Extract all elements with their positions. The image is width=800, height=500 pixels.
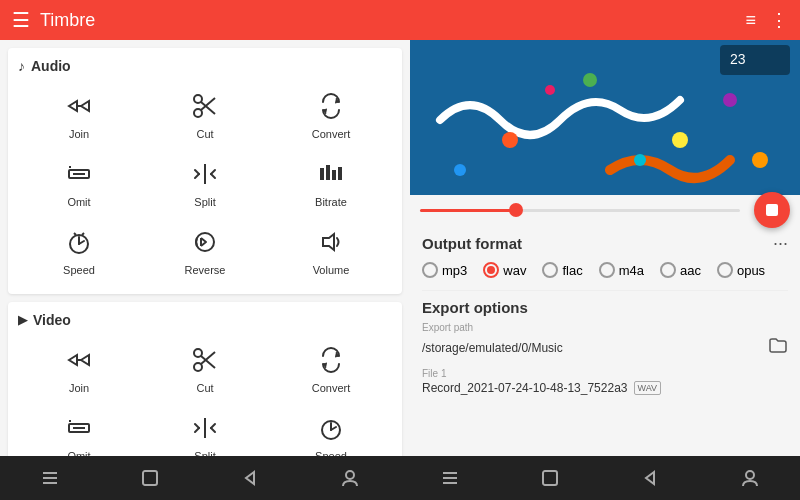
audio-section-title: ♪ Audio — [18, 58, 392, 74]
svg-rect-16 — [338, 167, 342, 180]
audio-section: ♪ Audio Join — [8, 48, 402, 294]
audio-join-tool[interactable]: Join — [18, 84, 140, 148]
bitrate-icon — [317, 160, 345, 192]
video-cut-tool[interactable]: Cut — [144, 338, 266, 402]
svg-rect-14 — [326, 165, 330, 180]
left-panel: ♪ Audio Join — [0, 40, 410, 456]
video-join-tool[interactable]: Join — [18, 338, 140, 402]
video-section-title: ▶ Video — [18, 312, 392, 328]
video-convert-tool[interactable]: Convert — [270, 338, 392, 402]
progress-thumb[interactable] — [509, 203, 523, 217]
audio-split-tool[interactable]: Split — [144, 152, 266, 216]
omit-icon — [65, 160, 93, 192]
svg-point-50 — [672, 132, 688, 148]
export-options-title: Export options — [422, 299, 788, 316]
svg-point-48 — [502, 132, 518, 148]
music-icon: ♪ — [18, 58, 25, 74]
folder-icon[interactable] — [768, 335, 788, 360]
format-m4a[interactable]: m4a — [599, 262, 644, 278]
svg-line-34 — [211, 428, 215, 432]
svg-point-51 — [723, 93, 737, 107]
nav-back-1[interactable] — [200, 456, 300, 500]
nav-square-2[interactable] — [500, 456, 600, 500]
video-preview: 23 — [410, 40, 800, 195]
svg-line-19 — [82, 233, 84, 235]
nav-back-2[interactable] — [600, 456, 700, 500]
progress-track[interactable] — [420, 209, 740, 212]
cut-label: Cut — [196, 128, 213, 140]
list-icon[interactable]: ≡ — [745, 10, 756, 31]
svg-point-68 — [746, 471, 754, 479]
reverse-label: Reverse — [185, 264, 226, 276]
m4a-label: m4a — [619, 263, 644, 278]
opus-radio[interactable] — [717, 262, 733, 278]
nav-person-2[interactable] — [700, 456, 800, 500]
format-mp3[interactable]: mp3 — [422, 262, 467, 278]
top-bar-left: ☰ Timbre — [12, 8, 95, 32]
mp3-radio[interactable] — [422, 262, 438, 278]
format-radio-group: mp3 wav flac m4a aac — [422, 262, 788, 278]
bitrate-label: Bitrate — [315, 196, 347, 208]
svg-point-2 — [194, 95, 202, 103]
svg-marker-67 — [646, 472, 654, 484]
video-speed-icon — [317, 414, 345, 446]
audio-volume-tool[interactable]: Volume — [270, 220, 392, 284]
divider-1 — [422, 290, 788, 291]
convert-label: Convert — [312, 128, 351, 140]
cut-icon — [191, 92, 219, 124]
audio-bitrate-tool[interactable]: Bitrate — [270, 152, 392, 216]
volume-label: Volume — [313, 264, 350, 276]
svg-point-62 — [346, 471, 354, 479]
wav-label: wav — [503, 263, 526, 278]
output-format-header: Output format ··· — [422, 233, 788, 254]
speed-icon — [65, 228, 93, 260]
svg-point-55 — [634, 154, 646, 166]
svg-point-24 — [194, 349, 202, 357]
file-label: File 1 — [422, 368, 788, 379]
record-button[interactable] — [754, 192, 790, 228]
audio-tools-grid: Join Cut — [18, 84, 392, 284]
more-icon[interactable]: ⋮ — [770, 9, 788, 31]
nav-menu-2[interactable] — [400, 456, 500, 500]
video-split-tool[interactable]: Split — [144, 406, 266, 456]
export-path-label: Export path — [422, 322, 788, 333]
export-path-row: /storage/emulated/0/Music — [422, 335, 788, 360]
video-convert-icon — [317, 346, 345, 378]
aac-radio[interactable] — [660, 262, 676, 278]
main-content: ♪ Audio Join — [0, 40, 800, 456]
aac-label: aac — [680, 263, 701, 278]
svg-rect-60 — [143, 471, 157, 485]
omit-label: Omit — [67, 196, 90, 208]
video-section: ▶ Video Join — [8, 302, 402, 456]
format-aac[interactable]: aac — [660, 262, 701, 278]
nav-menu-1[interactable] — [0, 456, 100, 500]
svg-rect-66 — [543, 471, 557, 485]
nav-person-1[interactable] — [300, 456, 400, 500]
nav-square-1[interactable] — [100, 456, 200, 500]
format-flac[interactable]: flac — [542, 262, 582, 278]
wav-radio[interactable] — [483, 262, 499, 278]
app-title: Timbre — [40, 10, 95, 31]
video-cut-label: Cut — [196, 382, 213, 394]
video-omit-tool[interactable]: Omit — [18, 406, 140, 456]
audio-omit-tool[interactable]: Omit — [18, 152, 140, 216]
svg-line-32 — [195, 428, 199, 432]
video-speed-tool[interactable]: Speed — [270, 406, 392, 456]
audio-reverse-tool[interactable]: Reverse — [144, 220, 266, 284]
reverse-icon — [191, 228, 219, 260]
output-format-more[interactable]: ··· — [773, 233, 788, 254]
top-bar: ☰ Timbre ≡ ⋮ — [0, 0, 800, 40]
flac-radio[interactable] — [542, 262, 558, 278]
audio-speed-tool[interactable]: Speed — [18, 220, 140, 284]
svg-rect-15 — [332, 170, 336, 180]
audio-cut-tool[interactable]: Cut — [144, 84, 266, 148]
volume-icon — [317, 228, 345, 260]
svg-text:23: 23 — [730, 51, 746, 67]
m4a-radio[interactable] — [599, 262, 615, 278]
audio-convert-tool[interactable]: Convert — [270, 84, 392, 148]
format-opus[interactable]: opus — [717, 262, 765, 278]
svg-line-10 — [195, 174, 199, 178]
format-wav[interactable]: wav — [483, 262, 526, 278]
video-join-icon — [65, 346, 93, 378]
hamburger-icon[interactable]: ☰ — [12, 8, 30, 32]
